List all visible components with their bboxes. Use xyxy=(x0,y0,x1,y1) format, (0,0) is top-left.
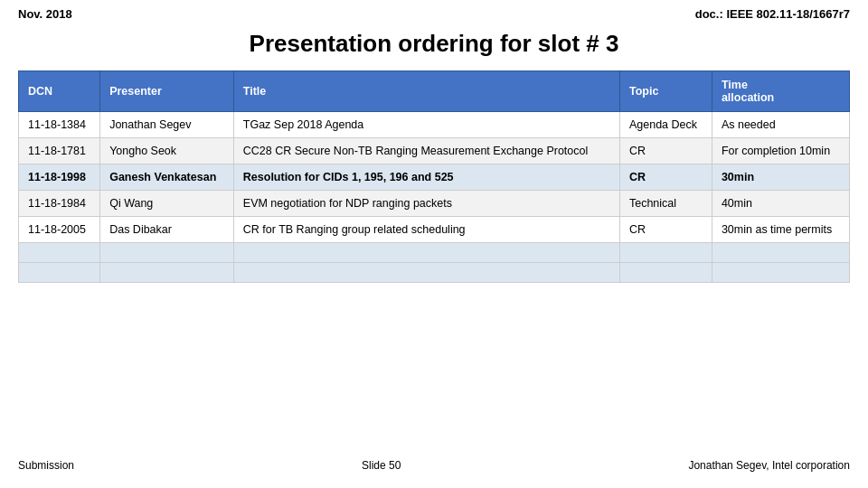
table-row: 11-18-1781Yongho SeokCC28 CR Secure Non-… xyxy=(19,138,850,164)
cell-dcn: 11-18-1781 xyxy=(19,138,100,164)
cell-dcn: 11-18-1984 xyxy=(19,191,100,217)
cell-dcn: 11-18-2005 xyxy=(19,217,100,243)
cell-title: Resolution for CIDs 1, 195, 196 and 525 xyxy=(233,164,619,191)
footer: Submission Slide 50 Jonathan Segev, Inte… xyxy=(0,450,868,481)
cell-time: As needed xyxy=(712,112,849,138)
main-table-wrapper: DCN Presenter Title Topic Timeallocation… xyxy=(0,70,868,283)
cell-title: TGaz Sep 2018 Agenda xyxy=(233,112,619,138)
cell-topic: Technical xyxy=(619,191,712,217)
col-header-time: Timeallocation xyxy=(712,71,849,112)
footer-center: Slide 50 xyxy=(362,459,401,472)
cell-presenter: Das Dibakar xyxy=(100,217,234,243)
cell-topic: CR xyxy=(619,217,712,243)
table-row: 11-18-1384Jonathan SegevTGaz Sep 2018 Ag… xyxy=(19,112,850,138)
col-header-dcn: DCN xyxy=(19,71,100,112)
table-row xyxy=(19,263,850,283)
col-header-presenter: Presenter xyxy=(100,71,234,112)
cell-title: EVM negotiation for NDP ranging packets xyxy=(233,191,619,217)
cell-presenter: Ganesh Venkatesan xyxy=(100,164,234,191)
cell-topic: CR xyxy=(619,164,712,191)
cell-title: CR for TB Ranging group related scheduli… xyxy=(233,217,619,243)
col-header-title: Title xyxy=(233,71,619,112)
cell-time: 40min xyxy=(712,191,849,217)
table-row xyxy=(19,243,850,263)
cell-dcn: 11-18-1384 xyxy=(19,112,100,138)
cell-topic: CR xyxy=(619,138,712,164)
cell-presenter: Yongho Seok xyxy=(100,138,234,164)
table-header-row: DCN Presenter Title Topic Timeallocation xyxy=(19,71,850,112)
cell-time: 30min as time permits xyxy=(712,217,849,243)
presentation-table: DCN Presenter Title Topic Timeallocation… xyxy=(18,70,850,283)
cell-dcn: 11-18-1998 xyxy=(19,164,100,191)
cell-title: CC28 CR Secure Non-TB Ranging Measuremen… xyxy=(233,138,619,164)
footer-left: Submission xyxy=(18,459,74,472)
cell-time: 30min xyxy=(712,164,849,191)
table-row: 11-18-1998Ganesh VenkatesanResolution fo… xyxy=(19,164,850,191)
cell-topic: Agenda Deck xyxy=(619,112,712,138)
cell-presenter: Jonathan Segev xyxy=(100,112,234,138)
table-row: 11-18-1984Qi WangEVM negotiation for NDP… xyxy=(19,191,850,217)
cell-presenter: Qi Wang xyxy=(100,191,234,217)
col-header-topic: Topic xyxy=(619,71,712,112)
table-row: 11-18-2005Das DibakarCR for TB Ranging g… xyxy=(19,217,850,243)
doc-date: Nov. 2018 xyxy=(18,7,72,21)
footer-right: Jonathan Segev, Intel corporation xyxy=(688,459,850,472)
doc-number: doc.: IEEE 802.11-18/1667r7 xyxy=(695,7,850,21)
page-title: Presentation ordering for slot # 3 xyxy=(0,24,868,70)
cell-time: For completion 10min xyxy=(712,138,849,164)
